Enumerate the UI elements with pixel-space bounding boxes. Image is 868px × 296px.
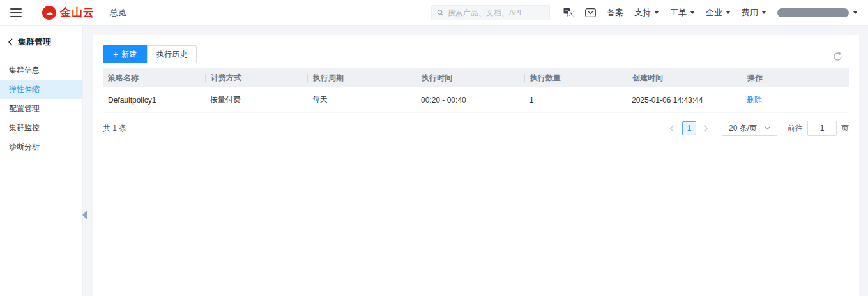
language-icon[interactable] xyxy=(563,8,574,17)
toolbar: + 新建 执行历史 xyxy=(103,45,849,63)
nav-support[interactable]: 支持 xyxy=(634,7,659,18)
sidebar-item-cluster-monitoring[interactable]: 集群监控 xyxy=(0,118,82,137)
account-name-redacted xyxy=(777,8,849,17)
cell-exec-time: 00:20 - 00:40 xyxy=(416,96,524,105)
chevron-left-icon xyxy=(669,125,674,132)
sidebar-item-config-management[interactable]: 配置管理 xyxy=(0,99,82,118)
cell-cycle: 每天 xyxy=(307,94,416,105)
table-header-row: 策略名称 计费方式 执行周期 执行时间 执行数量 创建时间 操作 xyxy=(103,68,849,87)
content-card: + 新建 执行历史 策略名称 计费方式 执行周期 执行时间 执行数量 xyxy=(93,35,859,296)
cloud-logo-icon: ☁ xyxy=(42,6,56,20)
prev-page-button[interactable] xyxy=(667,121,677,135)
nav-billing[interactable]: 费用 xyxy=(742,7,766,18)
goto-label: 前往 xyxy=(788,123,803,134)
col-billing: 计费方式 xyxy=(205,68,307,87)
message-icon[interactable] xyxy=(585,8,596,17)
chevron-right-icon xyxy=(704,125,708,132)
brand-logo[interactable]: ☁ 金山云 xyxy=(42,5,95,20)
chevron-down-icon xyxy=(726,11,731,14)
sidebar: 集群管理 集群信息 弹性伸缩 配置管理 集群监控 诊断分析 xyxy=(0,26,83,296)
policy-table: 策略名称 计费方式 执行周期 执行时间 执行数量 创建时间 操作 Default… xyxy=(103,68,849,113)
cell-policy-name: Defaultpolicy1 xyxy=(103,96,205,105)
pagination: 共 1 条 1 20 条/页 xyxy=(103,121,849,136)
refresh-icon xyxy=(833,52,842,61)
chevron-down-icon xyxy=(690,11,695,14)
page-size-select[interactable]: 20 条/页 xyxy=(722,121,777,136)
sidebar-item-cluster-info[interactable]: 集群信息 xyxy=(0,61,82,80)
execution-history-button[interactable]: 执行历史 xyxy=(147,45,197,63)
page-unit-label: 页 xyxy=(841,123,849,134)
plus-icon: + xyxy=(113,50,118,59)
delete-link[interactable]: 删除 xyxy=(747,95,762,104)
col-exec-time: 执行时间 xyxy=(416,68,524,87)
col-policy-name: 策略名称 xyxy=(103,68,205,87)
cell-created-time: 2025-01-06 14:43:44 xyxy=(627,96,742,105)
table-row: Defaultpolicy1 按量付费 每天 00:20 - 00:40 1 2… xyxy=(103,87,849,113)
hamburger-menu-icon[interactable] xyxy=(10,8,22,17)
back-chevron-icon xyxy=(8,38,13,46)
chevron-down-icon xyxy=(853,11,858,14)
col-actions: 操作 xyxy=(742,68,849,87)
goto-page-input[interactable] xyxy=(807,121,837,136)
search-icon xyxy=(437,9,444,17)
sidebar-item-diagnostics[interactable]: 诊断分析 xyxy=(0,137,82,156)
search-input[interactable] xyxy=(448,8,544,17)
cell-billing: 按量付费 xyxy=(205,94,307,105)
sidebar-title-label: 集群管理 xyxy=(18,36,51,48)
brand-name: 金山云 xyxy=(60,5,95,20)
page-number-button[interactable]: 1 xyxy=(682,121,696,135)
refresh-button[interactable] xyxy=(833,52,842,61)
nav-overview[interactable]: 总览 xyxy=(110,7,126,18)
create-button[interactable]: + 新建 xyxy=(103,45,147,63)
sidebar-collapse-icon[interactable] xyxy=(82,211,87,219)
search-box[interactable] xyxy=(431,5,550,20)
chevron-down-icon xyxy=(761,11,766,14)
col-exec-count: 执行数量 xyxy=(524,68,627,87)
col-created-time: 创建时间 xyxy=(627,68,742,87)
topbar: ☁ 金山云 总览 备案 xyxy=(0,0,868,26)
chevron-down-icon xyxy=(765,126,770,130)
nav-enterprise[interactable]: 企业 xyxy=(706,7,731,18)
account-menu[interactable] xyxy=(777,8,858,17)
nav-beian[interactable]: 备案 xyxy=(607,7,623,18)
main-area: + 新建 执行历史 策略名称 计费方式 执行周期 执行时间 执行数量 xyxy=(83,26,868,296)
nav-tickets[interactable]: 工单 xyxy=(670,7,695,18)
col-cycle: 执行周期 xyxy=(307,68,416,87)
total-count-label: 共 1 条 xyxy=(103,123,126,134)
sidebar-item-elastic-scaling[interactable]: 弹性伸缩 xyxy=(0,80,82,99)
cell-exec-count: 1 xyxy=(524,96,627,105)
next-page-button[interactable] xyxy=(701,121,712,135)
chevron-down-icon xyxy=(654,11,659,14)
sidebar-back[interactable]: 集群管理 xyxy=(0,26,82,54)
